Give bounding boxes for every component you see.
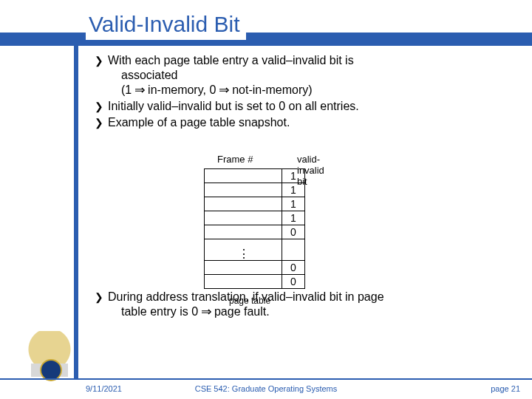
bullet-4: ❯ During address translation, if valid–i… bbox=[95, 290, 505, 319]
university-dome-logo bbox=[27, 331, 72, 377]
implies-icon: ⇒ bbox=[134, 83, 145, 98]
slide: Valid-Invalid Bit ❯ With each page table… bbox=[0, 0, 532, 399]
title-bar: Valid-Invalid Bit bbox=[0, 10, 532, 47]
table-row: 1 bbox=[205, 197, 305, 211]
b4l2-pre: table entry is 0 bbox=[121, 305, 202, 318]
footer-page-number: page 21 bbox=[491, 384, 520, 393]
valid-cell: 1 bbox=[282, 211, 305, 225]
slide-body: ❯ With each page table entry a valid–inv… bbox=[95, 53, 505, 132]
bullet-1-line3: (1 ⇒ in-memory, 0 ⇒ not-in-memory) bbox=[108, 83, 313, 96]
table-row: 0 bbox=[205, 275, 305, 289]
bullet-1-line2: associated bbox=[108, 69, 178, 81]
vertical-ellipsis-icon: ⋮ bbox=[238, 247, 251, 261]
table-row bbox=[205, 239, 305, 261]
b1l3-pre: (1 bbox=[121, 83, 135, 96]
table-row: 1 bbox=[205, 169, 305, 183]
bullet-4-line2: table entry is 0 ⇒ page fault. bbox=[108, 305, 270, 318]
bullet-2-text: Initially valid–invalid but is set to 0 … bbox=[108, 100, 359, 112]
bullet-marker-icon: ❯ bbox=[95, 117, 103, 130]
slide-footer: 9/11/2021 CSE 542: Graduate Operating Sy… bbox=[0, 378, 532, 399]
table-row: 1 bbox=[205, 211, 305, 225]
bullet-2: ❯ Initially valid–invalid but is set to … bbox=[95, 99, 505, 114]
bullet-marker-icon: ❯ bbox=[95, 55, 103, 68]
page-table-caption: page table bbox=[229, 296, 270, 306]
bullet-1-line1: With each page table entry a valid–inval… bbox=[108, 54, 354, 66]
b1l3-post: not-in-memory) bbox=[229, 83, 313, 96]
page-title: Valid-Invalid Bit bbox=[86, 12, 246, 40]
valid-cell: 0 bbox=[282, 225, 305, 239]
table-row: 0 bbox=[205, 261, 305, 275]
valid-cell: 0 bbox=[282, 261, 305, 275]
table-row: 1 bbox=[205, 183, 305, 197]
left-vertical-rule bbox=[74, 35, 78, 378]
frame-number-label: Frame # bbox=[217, 154, 253, 165]
title-stripe-thin bbox=[0, 44, 532, 46]
valid-cell bbox=[282, 239, 305, 261]
valid-cell: 1 bbox=[282, 197, 305, 211]
bullet-3-text: Example of a page table snapshot. bbox=[108, 116, 290, 129]
table-row: 0 bbox=[205, 225, 305, 239]
bullet-marker-icon: ❯ bbox=[95, 100, 103, 114]
footer-course: CSE 542: Graduate Operating Systems bbox=[0, 384, 532, 393]
implies-icon: ⇒ bbox=[219, 83, 229, 98]
title-stripe bbox=[0, 33, 532, 44]
page-table: 1 1 1 1 0 0 0 bbox=[204, 168, 305, 289]
bullet-3: ❯ Example of a page table snapshot. bbox=[95, 115, 505, 130]
figure-header: Frame # valid-invalid bit bbox=[204, 154, 305, 167]
valid-bit-label: valid-invalid bit bbox=[297, 154, 324, 187]
bullet-1: ❯ With each page table entry a valid–inv… bbox=[95, 53, 505, 98]
valid-cell: 0 bbox=[282, 275, 305, 289]
bullet-marker-icon: ❯ bbox=[95, 291, 103, 304]
implies-icon: ⇒ bbox=[201, 304, 211, 319]
b4l2-post: page fault. bbox=[211, 305, 270, 318]
page-table-figure: Frame # valid-invalid bit 1 1 1 1 0 0 0 … bbox=[204, 154, 305, 289]
b1l3-mid: in-memory, 0 bbox=[145, 83, 219, 96]
